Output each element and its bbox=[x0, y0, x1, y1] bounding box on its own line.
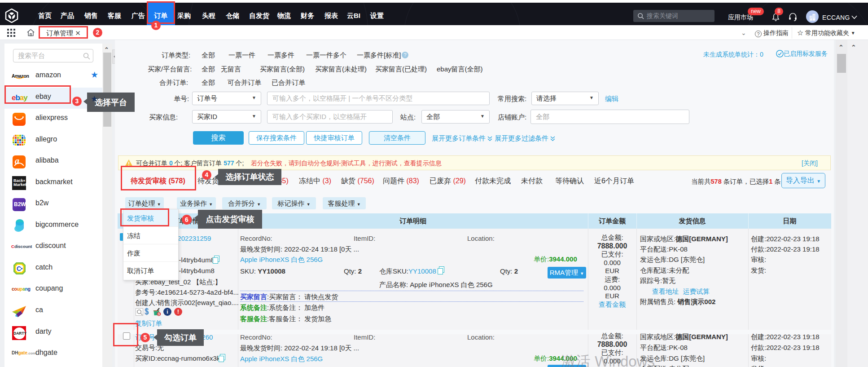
svg-text:C: C bbox=[17, 265, 21, 272]
